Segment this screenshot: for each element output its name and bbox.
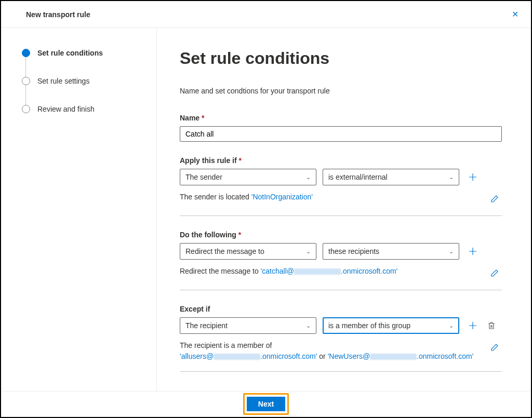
name-input[interactable] xyxy=(180,126,502,142)
delete-exception-button[interactable] xyxy=(484,318,499,333)
dialog-title: New transport rule xyxy=(26,10,90,19)
required-asterisk: * xyxy=(202,114,204,122)
wizard-step-label: Set rule settings xyxy=(37,77,89,85)
plus-icon xyxy=(469,247,477,255)
wizard-step-settings[interactable]: Set rule settings xyxy=(22,77,146,105)
do-following-select-target[interactable]: these recipients ⌄ xyxy=(323,243,459,260)
main-content: Set rule conditions Name and set condtio… xyxy=(157,28,531,394)
wizard-sidebar: Set rule conditions Set rule settings Re… xyxy=(1,28,157,394)
name-label: Name * xyxy=(180,114,502,122)
dialog-header: New transport rule ✕ xyxy=(1,1,531,28)
pencil-icon xyxy=(490,269,499,277)
do-following-summary: Redirect the message to 'catchall@.onmic… xyxy=(180,266,481,277)
apply-if-select-subject[interactable]: The sender ⌄ xyxy=(180,169,316,185)
step-dot-icon xyxy=(22,105,30,113)
plus-icon xyxy=(469,321,477,330)
apply-if-label: Apply this rule if * xyxy=(180,156,502,165)
chevron-down-icon: ⌄ xyxy=(306,174,311,181)
add-condition-button[interactable] xyxy=(466,170,480,184)
required-asterisk: * xyxy=(238,231,241,239)
except-if-summary: The recipient is a member of 'allusers@.… xyxy=(180,340,481,362)
pencil-icon xyxy=(490,195,499,203)
wizard-step-conditions[interactable]: Set rule conditions xyxy=(22,49,146,77)
edit-action-button[interactable] xyxy=(487,266,502,280)
except-if-label: Except if xyxy=(180,305,502,313)
except-if-select-subject[interactable]: The recipient ⌄ xyxy=(180,317,316,334)
next-button[interactable]: Next xyxy=(247,397,285,411)
except-if-select-predicate[interactable]: is a member of this group ⌄ xyxy=(323,317,459,334)
except-if-section: Except if The recipient ⌄ is a member of… xyxy=(180,305,502,372)
required-asterisk: * xyxy=(239,156,242,165)
chevron-down-icon: ⌄ xyxy=(306,322,311,329)
chevron-down-icon: ⌄ xyxy=(449,174,454,181)
name-field: Name * xyxy=(180,114,502,142)
redacted-text xyxy=(370,354,417,360)
redacted-text xyxy=(294,268,341,275)
plus-icon xyxy=(469,173,477,181)
add-exception-button[interactable] xyxy=(466,318,480,333)
do-following-section: Do the following * Redirect the message … xyxy=(180,231,502,290)
wizard-step-label: Set rule conditions xyxy=(37,49,103,57)
redacted-text xyxy=(214,354,260,360)
dialog-footer: Next xyxy=(2,391,530,416)
apply-if-section: Apply this rule if * The sender ⌄ is ext… xyxy=(180,156,502,216)
chevron-down-icon: ⌄ xyxy=(449,248,454,255)
wizard-step-review[interactable]: Review and finish xyxy=(22,105,146,113)
apply-if-summary: The sender is located 'NotInOrganization… xyxy=(180,192,481,203)
page-title: Set rule conditions xyxy=(180,49,502,68)
edit-condition-button[interactable] xyxy=(487,192,502,206)
close-icon[interactable]: ✕ xyxy=(510,7,521,21)
wizard-step-label: Review and finish xyxy=(37,105,95,113)
apply-if-select-predicate[interactable]: is external/internal ⌄ xyxy=(323,169,459,185)
edit-exception-button[interactable] xyxy=(487,340,502,355)
trash-icon xyxy=(487,321,496,330)
do-following-select-action[interactable]: Redirect the message to ⌄ xyxy=(180,243,316,260)
page-subtitle: Name and set condtions for your transpor… xyxy=(180,87,502,95)
chevron-down-icon: ⌄ xyxy=(449,322,454,329)
pencil-icon xyxy=(490,343,499,352)
chevron-down-icon: ⌄ xyxy=(306,248,311,255)
do-following-label: Do the following * xyxy=(180,231,502,239)
step-dot-icon xyxy=(22,77,30,85)
step-dot-icon xyxy=(22,49,30,57)
add-action-button[interactable] xyxy=(466,244,480,259)
next-button-highlight: Next xyxy=(243,393,289,415)
